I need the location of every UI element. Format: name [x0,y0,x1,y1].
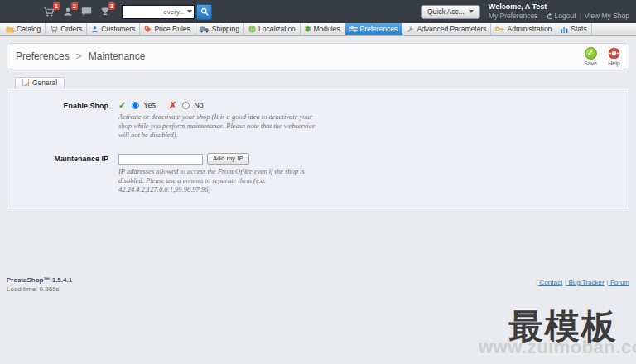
account-links: My Preferences | Logout | View My Shop [489,12,629,21]
menu-tab-label: Shipping [212,25,239,33]
menu-tab-preferences[interactable]: Preferences [345,23,403,35]
maintenance-ip-control: Add my IP IP addresses allowed to access… [118,153,316,194]
contact-link[interactable]: Contact [536,279,562,286]
enable-shop-control: ✓ Yes ✗ No Activate or deactivate your s… [118,100,316,140]
menu-tab-catalog[interactable]: Catalog [2,23,46,35]
menu-tab-label: Stats [571,25,586,33]
search-input[interactable] [124,7,163,17]
breadcrumb-parent[interactable]: Preferences [16,50,70,62]
row-spacer [7,141,629,153]
welcome-text: Welcome, A Test [489,2,629,12]
help-lifering-icon [608,47,620,60]
maintenance-ip-row: Maintenance IP Add my IP IP addresses al… [7,153,629,194]
main-menu: Catalog Orders Customers Price Rules Shi… [0,23,636,36]
globe-icon [248,26,256,33]
save-label: Save [584,60,597,66]
footer-info: PrestaShop™ 1.5.4.1 Load time: 0.365s [7,276,72,295]
view-my-shop-link[interactable]: View My Shop [585,12,629,21]
menu-tab-orders[interactable]: Orders [46,23,87,35]
menu-tab-customers[interactable]: Customers [87,23,140,35]
menu-tab-price-rules[interactable]: Price Rules [140,23,195,35]
tab-general-label: General [32,79,57,87]
folder-icon [6,26,14,33]
menu-tab-shipping[interactable]: Shipping [195,23,244,35]
quick-access-label: Quick Acc... [427,7,465,16]
person-icon [91,26,99,33]
my-preferences-link[interactable]: My Preferences [489,12,538,21]
global-search: every... [122,5,195,19]
enable-shop-hint: Activate or deactivate your shop (It is … [118,113,316,140]
save-button[interactable]: ✓ Save [584,47,597,66]
footer-load-time: Load time: 0.365s [7,285,72,295]
maintenance-form: General Enable Shop ✓ Yes ✗ No Activate … [7,74,629,208]
watermark-title: 最模板 [479,309,618,344]
stats-notification[interactable]: 3 [100,7,110,17]
menu-tab-label: Localization [258,25,296,33]
customers-badge: 2 [71,2,78,10]
search-scope-value: every... [163,8,185,16]
menu-tab-label: Administration [507,25,552,33]
menu-tab-label: Customers [101,25,135,33]
help-button[interactable]: Help [608,47,620,66]
bar-chart-icon [561,26,568,33]
footer-version[interactable]: PrestaShop™ 1.5.4.1 [7,276,72,285]
enable-shop-row: Enable Shop ✓ Yes ✗ No Activate or deact… [7,100,629,140]
save-check-icon: ✓ [585,47,597,60]
menu-tab-label: Advanced Parameters [417,25,486,33]
cross-icon: ✗ [169,100,176,111]
divider: | [580,12,581,21]
footer-links: Contact Bug Tracker Forum [536,279,629,286]
key-icon [495,26,504,32]
tab-general[interactable]: General [15,77,65,89]
account-block: Welcome, A Test My Preferences | Logout … [489,2,629,21]
check-icon: ✓ [118,100,126,111]
logout-link[interactable]: Logout [547,12,576,21]
chat-bubble-icon [81,7,92,17]
price-tag-icon [144,26,152,33]
menu-tab-label: Price Rules [154,25,190,33]
search-icon [200,7,209,16]
cart-icon [50,26,58,33]
maintenance-ip-line: Add my IP [118,153,316,165]
page-toolbar: ✓ Save Help [584,47,620,66]
breadcrumb-panel: Preferences > Maintenance ✓ Save Help [7,43,629,69]
enable-shop-label: Enable Shop [7,100,118,140]
maintenance-ip-hint: IP addresses allowed to access the Front… [118,167,316,194]
enable-shop-no-label[interactable]: No [194,101,204,109]
preferences-sliders-icon [349,26,358,33]
menu-tab-stats[interactable]: Stats [556,23,591,35]
add-my-ip-button[interactable]: Add my IP [207,153,249,165]
bug-tracker-link[interactable]: Bug Tracker [565,279,604,286]
menu-tab-label: Orders [60,25,82,33]
watermark: 最模板 www.zuimoban.com [479,309,636,358]
menu-tab-modules[interactable]: ✱ Modules [301,23,345,35]
cart-badge: 1 [53,2,60,10]
messages-notification[interactable] [81,7,92,17]
forum-link[interactable]: Forum [607,279,629,286]
stats-badge: 3 [108,2,115,10]
menu-tab-advanced-parameters[interactable]: Advanced Parameters [402,23,491,35]
menu-tab-label: Modules [313,25,340,33]
breadcrumb: Preferences > Maintenance [16,50,145,62]
logout-label: Logout [555,12,576,21]
menu-tab-administration[interactable]: Administration [491,23,556,35]
maintenance-ip-label: Maintenance IP [7,153,118,194]
customers-notification[interactable]: 2 [63,7,73,17]
truck-icon [200,26,210,33]
menu-tab-label: Catalog [17,25,41,33]
cart-notification[interactable]: 1 [43,7,55,17]
page-content: Preferences > Maintenance ✓ Save Help Ge… [0,36,636,215]
search-scope-select[interactable]: every... [163,8,192,16]
enable-shop-yes-radio[interactable] [132,102,139,109]
modules-asterisk-icon: ✱ [305,25,311,33]
page-title: Maintenance [89,50,146,62]
wrench-icon [407,26,414,33]
menu-tab-localization[interactable]: Localization [244,23,301,35]
general-fieldset: Enable Shop ✓ Yes ✗ No Activate or deact… [7,89,629,208]
enable-shop-options: ✓ Yes ✗ No [118,100,316,110]
quick-access-button[interactable]: Quick Acc... [421,5,480,19]
maintenance-ip-input[interactable] [118,154,203,165]
search-button[interactable] [196,4,212,20]
enable-shop-no-radio[interactable] [182,102,190,109]
enable-shop-yes-label[interactable]: Yes [143,101,156,109]
